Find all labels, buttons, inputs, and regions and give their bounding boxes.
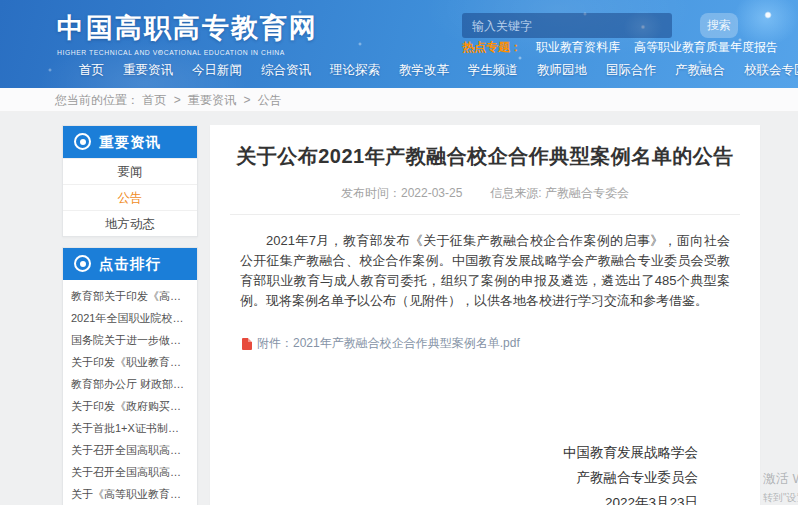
ranking-item[interactable]: 2021年全国职业院校技能大赛拟... — [63, 307, 197, 329]
breadcrumb: 您当前的位置： 首页 > 重要资讯 > 公告 — [0, 88, 798, 112]
search-button[interactable]: 搜索 — [700, 13, 738, 38]
breadcrumb-separator: > — [243, 93, 250, 107]
search-input[interactable] — [462, 13, 672, 38]
main-nav: 首页 重要资讯 今日新闻 综合资讯 理论探索 教学改革 学生频道 教师园地 国际… — [0, 59, 798, 82]
sidebar: 重要资讯 要闻 公告 地方动态 点击排行 教育部关于印发《高等职业教育... 2… — [62, 125, 198, 505]
ranking-item[interactable]: 关于召开全国高职高专校长联席... — [63, 461, 197, 483]
sidebar-section-header: 点击排行 — [63, 248, 197, 280]
signature-org-2: 产教融合专业委员会 — [230, 465, 698, 490]
ranking-item[interactable]: 关于召开全国高职高专校长联席... — [63, 439, 197, 461]
attachment-label: 附件： — [257, 335, 293, 352]
windows-activation-watermark: 激活 Windows 转到"设置"以激活 Windows。 — [763, 470, 798, 505]
site-logo-title: 中国高职高专教育网 — [57, 10, 318, 46]
signature-org-1: 中国教育发展战略学会 — [230, 440, 698, 465]
meta-divider — [230, 214, 740, 215]
target-ring-icon — [74, 255, 91, 272]
hot-topic-link-annual-report[interactable]: 高等职业教育质量年度报告 — [634, 40, 778, 54]
sidebar-section-click-ranking: 点击排行 教育部关于印发《高等职业教育... 2021年全国职业院校技能大赛拟.… — [62, 247, 198, 505]
nav-item-important-news[interactable]: 重要资讯 — [120, 59, 176, 82]
nav-item-home[interactable]: 首页 — [76, 59, 107, 82]
nav-item-association-zone[interactable]: 校联会专区 — [741, 59, 798, 82]
watermark-line2: 转到"设置"以激活 Windows。 — [763, 491, 798, 505]
hot-topics-bar: 热点专题：职业教育资料库高等职业教育质量年度报告 — [462, 39, 778, 56]
article-title: 关于公布2021年产教融合校企合作典型案例名单的公告 — [230, 143, 740, 169]
breadcrumb-separator: > — [174, 93, 181, 107]
article-panel: 关于公布2021年产教融合校企合作典型案例名单的公告 发布时间：2022-03-… — [210, 125, 760, 505]
page: 中国高职高专教育网 HIGHER TECHNICAL AND VOCATIONA… — [0, 0, 798, 505]
nav-item-theory[interactable]: 理论探索 — [327, 59, 383, 82]
nav-item-student-channel[interactable]: 学生频道 — [465, 59, 521, 82]
site-logo[interactable]: 中国高职高专教育网 HIGHER TECHNICAL AND VOCATIONA… — [57, 10, 318, 56]
sidebar-section-header: 重要资讯 — [63, 126, 197, 158]
signature-date: 2022年3月23日 — [230, 490, 698, 505]
breadcrumb-home[interactable]: 首页 — [142, 93, 166, 107]
target-ring-icon — [74, 133, 91, 150]
sidebar-item-gonggao[interactable]: 公告 — [63, 184, 197, 210]
site-logo-subtitle: HIGHER TECHNICAL AND VOCATIONAL EDUCATIO… — [57, 49, 318, 56]
site-header: 中国高职高专教育网 HIGHER TECHNICAL AND VOCATIONA… — [0, 0, 798, 88]
nav-item-international[interactable]: 国际合作 — [603, 59, 659, 82]
publish-date: 2022-03-25 — [401, 186, 462, 200]
breadcrumb-label: 您当前的位置： — [55, 93, 139, 107]
source-label: 信息来源: — [490, 186, 541, 200]
nav-item-general-news[interactable]: 综合资讯 — [258, 59, 314, 82]
hot-topic-link-database[interactable]: 职业教育资料库 — [536, 40, 620, 54]
ranking-item[interactable]: 教育部关于印发《高等职业教育... — [63, 285, 197, 307]
ranking-list: 教育部关于印发《高等职业教育... 2021年全国职业院校技能大赛拟... 国务… — [63, 280, 197, 505]
attachment-link[interactable]: 2021年产教融合校企合作典型案例名单.pdf — [293, 335, 520, 352]
publish-date-label: 发布时间： — [341, 186, 401, 200]
sidebar-item-difangdongtai[interactable]: 地方动态 — [63, 210, 197, 236]
article-meta: 发布时间：2022-03-25信息来源: 产教融合专委会 — [230, 185, 740, 202]
breadcrumb-important-news[interactable]: 重要资讯 — [188, 93, 236, 107]
sidebar-menu: 要闻 公告 地方动态 — [63, 158, 197, 236]
ranking-item[interactable]: 教育部办公厅 财政部办公厅关于... — [63, 373, 197, 395]
pdf-icon — [242, 338, 252, 350]
content-area: 重要资讯 要闻 公告 地方动态 点击排行 教育部关于印发《高等职业教育... 2… — [0, 112, 798, 505]
sidebar-item-yaowen[interactable]: 要闻 — [63, 158, 197, 184]
breadcrumb-current: 公告 — [258, 93, 282, 107]
sidebar-section-title: 点击排行 — [99, 255, 161, 274]
nav-item-today-news[interactable]: 今日新闻 — [189, 59, 245, 82]
source-value: 产教融合专委会 — [545, 186, 629, 200]
ranking-item[interactable]: 关于《高等职业教育创新发展行... — [63, 483, 197, 505]
article-signature: 中国教育发展战略学会 产教融合专业委员会 2022年3月23日 — [230, 440, 740, 505]
ranking-item[interactable]: 关于印发《政府购买服务管理办... — [63, 395, 197, 417]
attachment-row: 附件： 2021年产教融合校企合作典型案例名单.pdf — [242, 335, 740, 352]
nav-item-teaching-reform[interactable]: 教学改革 — [396, 59, 452, 82]
hot-topics-label: 热点专题： — [462, 40, 522, 54]
sidebar-section-important-news: 重要资讯 要闻 公告 地方动态 — [62, 125, 198, 237]
article-body: 2021年7月，教育部发布《关于征集产教融合校企合作案例的启事》，面向社会公开征… — [240, 231, 730, 311]
ranking-item[interactable]: 国务院关于进一步做好新形势下... — [63, 329, 197, 351]
ranking-item[interactable]: 关于首批1+X证书制度试点院校... — [63, 417, 197, 439]
watermark-line1: 激活 Windows — [763, 470, 798, 488]
ranking-item[interactable]: 关于印发《职业教育与继续教育... — [63, 351, 197, 373]
nav-item-teacher-garden[interactable]: 教师园地 — [534, 59, 590, 82]
nav-item-industry-education[interactable]: 产教融合 — [672, 59, 728, 82]
sidebar-section-title: 重要资讯 — [99, 133, 161, 152]
